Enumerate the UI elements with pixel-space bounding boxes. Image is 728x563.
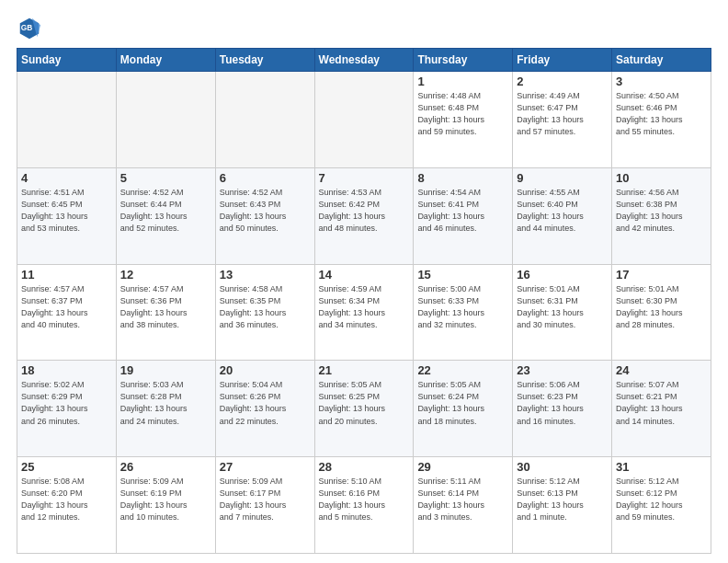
day-info: Sunrise: 5:02 AM Sunset: 6:29 PM Dayligh… xyxy=(21,379,112,427)
day-number: 7 xyxy=(319,171,410,185)
day-number: 29 xyxy=(417,460,508,474)
day-info: Sunrise: 4:51 AM Sunset: 6:45 PM Dayligh… xyxy=(21,187,112,235)
day-number: 28 xyxy=(319,460,410,474)
day-info: Sunrise: 5:06 AM Sunset: 6:23 PM Dayligh… xyxy=(517,379,608,427)
day-info: Sunrise: 4:52 AM Sunset: 6:44 PM Dayligh… xyxy=(120,187,211,235)
day-number: 18 xyxy=(21,363,112,377)
day-number: 3 xyxy=(616,75,707,88)
calendar-cell: 13Sunrise: 4:58 AM Sunset: 6:35 PM Dayli… xyxy=(215,264,314,361)
day-info: Sunrise: 5:09 AM Sunset: 6:17 PM Dayligh… xyxy=(220,476,311,523)
day-info: Sunrise: 5:09 AM Sunset: 6:19 PM Dayligh… xyxy=(120,476,211,523)
calendar-cell: 21Sunrise: 5:05 AM Sunset: 6:25 PM Dayli… xyxy=(314,361,414,457)
day-number: 22 xyxy=(417,363,508,377)
day-number: 26 xyxy=(120,460,211,474)
calendar-header-friday: Friday xyxy=(513,49,612,72)
day-info: Sunrise: 5:04 AM Sunset: 6:26 PM Dayligh… xyxy=(220,379,311,427)
calendar-cell: 22Sunrise: 5:05 AM Sunset: 6:24 PM Dayli… xyxy=(414,361,513,457)
calendar-cell: 26Sunrise: 5:09 AM Sunset: 6:19 PM Dayli… xyxy=(116,457,215,554)
day-info: Sunrise: 4:48 AM Sunset: 6:48 PM Dayligh… xyxy=(417,90,508,138)
calendar-header-tuesday: Tuesday xyxy=(215,49,314,72)
day-info: Sunrise: 4:50 AM Sunset: 6:46 PM Dayligh… xyxy=(616,90,707,138)
calendar-header-saturday: Saturday xyxy=(612,49,711,72)
logo-icon: GB xyxy=(17,15,42,40)
day-info: Sunrise: 5:05 AM Sunset: 6:24 PM Dayligh… xyxy=(417,379,508,427)
day-number: 13 xyxy=(220,268,311,282)
calendar-cell: 12Sunrise: 4:57 AM Sunset: 6:36 PM Dayli… xyxy=(116,264,215,361)
calendar-week-3: 11Sunrise: 4:57 AM Sunset: 6:37 PM Dayli… xyxy=(17,264,711,361)
day-number: 8 xyxy=(417,171,508,185)
day-info: Sunrise: 4:56 AM Sunset: 6:38 PM Dayligh… xyxy=(616,187,707,235)
calendar-cell xyxy=(314,72,414,168)
day-number: 19 xyxy=(120,363,211,377)
day-info: Sunrise: 5:10 AM Sunset: 6:16 PM Dayligh… xyxy=(319,476,410,523)
day-info: Sunrise: 5:05 AM Sunset: 6:25 PM Dayligh… xyxy=(319,379,410,427)
calendar-cell: 1Sunrise: 4:48 AM Sunset: 6:48 PM Daylig… xyxy=(414,72,513,168)
day-info: Sunrise: 4:53 AM Sunset: 6:42 PM Dayligh… xyxy=(319,187,410,235)
day-number: 5 xyxy=(120,171,211,185)
day-number: 31 xyxy=(616,460,707,474)
calendar-header-monday: Monday xyxy=(116,49,215,72)
calendar-cell: 15Sunrise: 5:00 AM Sunset: 6:33 PM Dayli… xyxy=(414,264,513,361)
day-info: Sunrise: 5:01 AM Sunset: 6:30 PM Dayligh… xyxy=(616,283,707,331)
day-number: 20 xyxy=(220,363,311,377)
calendar-cell xyxy=(215,72,314,168)
day-info: Sunrise: 5:00 AM Sunset: 6:33 PM Dayligh… xyxy=(417,283,508,331)
calendar-cell: 10Sunrise: 4:56 AM Sunset: 6:38 PM Dayli… xyxy=(612,167,711,264)
day-info: Sunrise: 4:55 AM Sunset: 6:40 PM Dayligh… xyxy=(517,187,608,235)
day-number: 12 xyxy=(120,268,211,282)
day-number: 16 xyxy=(517,268,608,282)
day-number: 1 xyxy=(417,75,508,88)
day-number: 23 xyxy=(517,363,608,377)
day-number: 24 xyxy=(616,363,707,377)
day-info: Sunrise: 4:59 AM Sunset: 6:34 PM Dayligh… xyxy=(319,283,410,331)
day-info: Sunrise: 5:12 AM Sunset: 6:12 PM Dayligh… xyxy=(616,476,707,523)
calendar-cell: 16Sunrise: 5:01 AM Sunset: 6:31 PM Dayli… xyxy=(513,264,612,361)
day-number: 2 xyxy=(517,75,608,88)
calendar-cell: 28Sunrise: 5:10 AM Sunset: 6:16 PM Dayli… xyxy=(314,457,414,554)
calendar-cell: 3Sunrise: 4:50 AM Sunset: 6:46 PM Daylig… xyxy=(612,72,711,168)
calendar-cell: 4Sunrise: 4:51 AM Sunset: 6:45 PM Daylig… xyxy=(17,167,117,264)
day-number: 11 xyxy=(21,268,112,282)
day-number: 15 xyxy=(417,268,508,282)
day-info: Sunrise: 4:57 AM Sunset: 6:36 PM Dayligh… xyxy=(120,283,211,331)
day-info: Sunrise: 4:52 AM Sunset: 6:43 PM Dayligh… xyxy=(220,187,311,235)
day-info: Sunrise: 5:01 AM Sunset: 6:31 PM Dayligh… xyxy=(517,283,608,331)
day-info: Sunrise: 5:08 AM Sunset: 6:20 PM Dayligh… xyxy=(21,476,112,523)
calendar-cell: 9Sunrise: 4:55 AM Sunset: 6:40 PM Daylig… xyxy=(513,167,612,264)
page: GB SundayMondayTuesdayWednesdayThursdayF… xyxy=(0,0,728,563)
day-info: Sunrise: 4:54 AM Sunset: 6:41 PM Dayligh… xyxy=(417,187,508,235)
day-number: 14 xyxy=(319,268,410,282)
calendar-cell: 6Sunrise: 4:52 AM Sunset: 6:43 PM Daylig… xyxy=(215,167,314,264)
calendar-cell xyxy=(116,72,215,168)
day-number: 30 xyxy=(517,460,608,474)
day-number: 25 xyxy=(21,460,112,474)
day-number: 27 xyxy=(220,460,311,474)
calendar-cell: 31Sunrise: 5:12 AM Sunset: 6:12 PM Dayli… xyxy=(612,457,711,554)
day-info: Sunrise: 4:57 AM Sunset: 6:37 PM Dayligh… xyxy=(21,283,112,331)
calendar-cell: 20Sunrise: 5:04 AM Sunset: 6:26 PM Dayli… xyxy=(215,361,314,457)
day-info: Sunrise: 5:03 AM Sunset: 6:28 PM Dayligh… xyxy=(120,379,211,427)
calendar-cell: 7Sunrise: 4:53 AM Sunset: 6:42 PM Daylig… xyxy=(314,167,414,264)
svg-text:GB: GB xyxy=(21,23,33,32)
calendar-cell: 2Sunrise: 4:49 AM Sunset: 6:47 PM Daylig… xyxy=(513,72,612,168)
calendar-cell: 11Sunrise: 4:57 AM Sunset: 6:37 PM Dayli… xyxy=(17,264,117,361)
calendar-table: SundayMondayTuesdayWednesdayThursdayFrid… xyxy=(17,48,711,554)
header: GB xyxy=(17,15,711,40)
logo: GB xyxy=(17,15,46,40)
calendar-cell: 25Sunrise: 5:08 AM Sunset: 6:20 PM Dayli… xyxy=(17,457,117,554)
calendar-header-sunday: Sunday xyxy=(17,49,117,72)
calendar-header-row: SundayMondayTuesdayWednesdayThursdayFrid… xyxy=(17,49,711,72)
calendar-week-1: 1Sunrise: 4:48 AM Sunset: 6:48 PM Daylig… xyxy=(17,72,711,168)
day-number: 17 xyxy=(616,268,707,282)
calendar-cell: 5Sunrise: 4:52 AM Sunset: 6:44 PM Daylig… xyxy=(116,167,215,264)
calendar-week-4: 18Sunrise: 5:02 AM Sunset: 6:29 PM Dayli… xyxy=(17,361,711,457)
day-info: Sunrise: 4:49 AM Sunset: 6:47 PM Dayligh… xyxy=(517,90,608,138)
calendar-cell xyxy=(17,72,117,168)
calendar-cell: 8Sunrise: 4:54 AM Sunset: 6:41 PM Daylig… xyxy=(414,167,513,264)
calendar-cell: 14Sunrise: 4:59 AM Sunset: 6:34 PM Dayli… xyxy=(314,264,414,361)
day-number: 21 xyxy=(319,363,410,377)
day-number: 9 xyxy=(517,171,608,185)
calendar-header-wednesday: Wednesday xyxy=(314,49,414,72)
calendar-cell: 30Sunrise: 5:12 AM Sunset: 6:13 PM Dayli… xyxy=(513,457,612,554)
day-number: 10 xyxy=(616,171,707,185)
